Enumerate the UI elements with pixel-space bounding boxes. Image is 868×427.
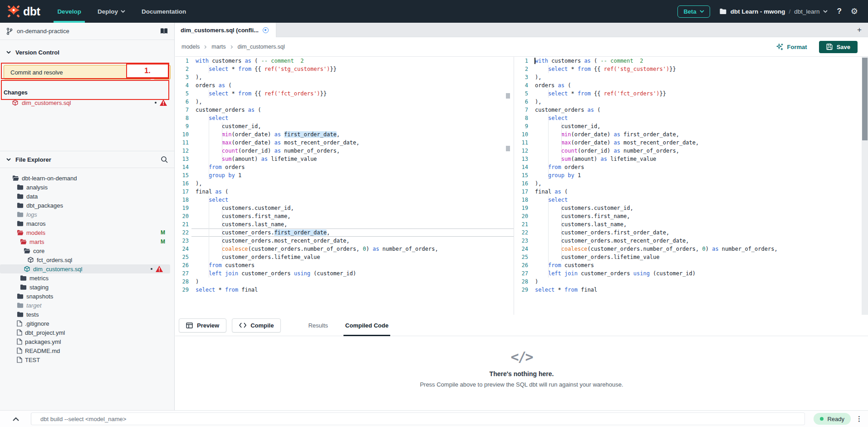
tree-item-dbt-learn-on-demand[interactable]: dbt-learn-on-demand (0, 174, 174, 183)
tree-item-metrics[interactable]: metrics (0, 273, 174, 283)
docs-book-icon[interactable] (160, 28, 168, 35)
code-line-8[interactable]: select (191, 114, 514, 122)
code-line-6[interactable]: ), (191, 98, 514, 106)
editor-scrollbar-thumb[interactable] (862, 58, 868, 140)
settings-gear-icon[interactable]: ⚙ (851, 6, 858, 16)
code-line-14[interactable]: from orders (531, 163, 868, 171)
tree-item-dbt-project-yml[interactable]: dbt_project.yml (0, 328, 174, 337)
tree-item-target[interactable]: target (0, 301, 174, 310)
code-line-6[interactable]: ), (531, 98, 868, 106)
tree-item-fct-orders-sql[interactable]: fct_orders.sql (0, 255, 174, 264)
code-line-1[interactable]: with customers as ( -- comment 2 (531, 57, 868, 65)
tree-item-dbt-packages[interactable]: dbt_packages (0, 201, 174, 210)
code-line-26[interactable]: from customers (191, 261, 514, 269)
tab-dim-customers[interactable]: dim_customers.sql (confli... (175, 23, 276, 37)
search-icon[interactable] (161, 156, 168, 163)
code-line-28[interactable]: ) (531, 278, 868, 286)
code-line-13[interactable]: sum(amount) as lifetime_value (191, 155, 514, 163)
compile-button[interactable]: Compile (232, 318, 281, 333)
tree-item-macros[interactable]: macros (0, 219, 174, 228)
code-line-3[interactable]: ), (531, 73, 868, 81)
code-line-4[interactable]: orders as ( (191, 81, 514, 89)
tab-compiled-code[interactable]: Compiled Code (343, 315, 390, 336)
code-right[interactable]: with customers as ( -- comment 2 select … (531, 57, 868, 315)
code-line-16[interactable]: ), (191, 179, 514, 188)
code-line-20[interactable]: customers.first_name, (191, 212, 514, 220)
tree-item-snapshots[interactable]: snapshots (0, 292, 174, 301)
tree-item-analysis[interactable]: analysis (0, 183, 174, 192)
code-line-22[interactable]: customer_orders.first_order_date, (531, 228, 868, 237)
account-switcher[interactable]: dbt Learn - mwong / dbt_learn (719, 8, 828, 15)
nav-deploy[interactable]: Deploy (98, 0, 125, 23)
code-line-17[interactable]: final as ( (531, 188, 868, 196)
code-line-23[interactable]: customer_orders.most_recent_order_date, (531, 237, 868, 245)
code-line-26[interactable]: from customers (531, 261, 868, 269)
code-line-25[interactable]: customer_orders.lifetime_value (191, 253, 514, 261)
code-line-20[interactable]: customers.first_name, (531, 212, 868, 220)
tree-item-core[interactable]: core (0, 246, 174, 255)
kebab-menu-icon[interactable]: ⋮ (856, 415, 863, 423)
nav-develop[interactable]: Develop (57, 0, 81, 23)
code-line-8[interactable]: select (531, 114, 868, 122)
code-line-9[interactable]: customer_id, (531, 122, 868, 130)
dbt-logo[interactable]: dbt (7, 5, 40, 18)
code-line-19[interactable]: customers.customer_id, (191, 204, 514, 212)
help-icon[interactable]: ? (837, 7, 841, 16)
new-tab-button[interactable]: + (857, 25, 862, 35)
tree-item-tests[interactable]: tests (0, 310, 174, 319)
tab-results[interactable]: Results (306, 315, 329, 336)
save-button[interactable]: Save (819, 41, 858, 53)
code-line-15[interactable]: group by 1 (191, 171, 514, 179)
tree-item-logs[interactable]: logs (0, 210, 174, 219)
code-line-11[interactable]: max(order_date) as most_recent_order_dat… (531, 139, 868, 147)
dbt-command-input[interactable]: dbt build --select <model_name> (31, 412, 805, 425)
nav-documentation[interactable]: Documentation (142, 0, 186, 23)
tree-item-marts[interactable]: martsM (0, 237, 174, 246)
tree-item-models[interactable]: modelsM (0, 228, 174, 237)
tree-item-data[interactable]: data (0, 192, 174, 201)
code-line-1[interactable]: with customers as ( -- comment 2 (191, 57, 514, 65)
code-line-22[interactable]: customer_orders.first_order_date, (191, 228, 514, 237)
scroll-marker[interactable] (506, 146, 510, 151)
changed-file-row[interactable]: dim_customers.sql (0, 98, 174, 108)
code-line-2[interactable]: select * from {{ ref('stg_customers')}} (531, 65, 868, 73)
beta-toggle[interactable]: Beta (677, 5, 710, 18)
breadcrumb-file[interactable]: dim_customers.sql (238, 44, 285, 50)
tree-item-test[interactable]: TEST (0, 355, 174, 364)
code-line-5[interactable]: select * from {{ ref('fct_orders')}} (191, 89, 514, 98)
code-line-13[interactable]: sum(amount) as lifetime_value (531, 155, 868, 163)
version-control-header[interactable]: Version Control (0, 44, 174, 61)
breadcrumb-models[interactable]: models (181, 44, 200, 50)
code-left[interactable]: with customers as ( -- comment 2 select … (191, 57, 514, 315)
code-line-18[interactable]: select (531, 196, 868, 204)
tree-item-readme-md[interactable]: README.md (0, 346, 174, 355)
breadcrumb-marts[interactable]: marts (211, 44, 226, 50)
code-line-2[interactable]: select * from {{ ref('stg_customers')}} (191, 65, 514, 73)
code-line-10[interactable]: min(order_date) as first_order_date, (531, 130, 868, 139)
tree-item-staging[interactable]: staging (0, 283, 174, 292)
code-line-15[interactable]: group by 1 (531, 171, 868, 179)
code-line-5[interactable]: select * from {{ ref('fct_orders')}} (531, 89, 868, 98)
editor-scrollbar[interactable] (862, 57, 868, 315)
code-line-10[interactable]: min(order_date) as first_order_date, (191, 130, 514, 139)
code-line-9[interactable]: customer_id, (191, 122, 514, 130)
code-line-19[interactable]: customers.customer_id, (531, 204, 868, 212)
code-line-28[interactable]: ) (191, 278, 514, 286)
code-line-7[interactable]: customer_orders as ( (531, 106, 868, 114)
code-line-24[interactable]: coalesce(customer_orders.number_of_order… (191, 245, 514, 253)
preview-button[interactable]: Preview (179, 318, 226, 333)
code-line-12[interactable]: count(order_id) as number_of_orders, (531, 147, 868, 155)
code-line-29[interactable]: select * from final (191, 286, 514, 294)
code-line-4[interactable]: orders as ( (531, 81, 868, 89)
code-line-7[interactable]: customer_orders as ( (191, 106, 514, 114)
code-line-14[interactable]: from orders (191, 163, 514, 171)
file-explorer-header[interactable]: File Explorer (0, 151, 174, 168)
code-line-11[interactable]: max(order_date) as most_recent_order_dat… (191, 139, 514, 147)
git-branch-row[interactable]: on-demand-practice (0, 23, 174, 40)
code-line-21[interactable]: customers.last_name, (531, 220, 868, 228)
code-line-23[interactable]: customer_orders.most_recent_order_date, (191, 237, 514, 245)
code-line-17[interactable]: final as ( (191, 188, 514, 196)
editor-pane-left[interactable]: 1234567891011121314151617181920212223242… (175, 57, 514, 315)
code-line-3[interactable]: ), (191, 73, 514, 81)
editor-pane-right[interactable]: 1234567891011121314151617181920212223242… (515, 57, 868, 315)
